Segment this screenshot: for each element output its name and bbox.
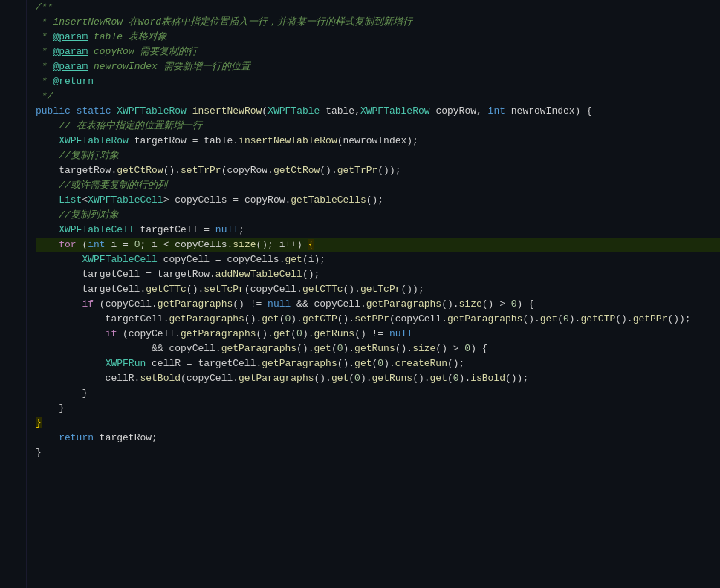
code-line: if (copyCell.getParagraphs() != null && … xyxy=(36,297,720,312)
line-numbers xyxy=(0,0,27,588)
code-line: */ xyxy=(36,89,720,104)
code-line: } xyxy=(36,416,720,431)
code-line xyxy=(36,535,720,549)
code-line: * @return xyxy=(36,74,720,89)
code-line: XWPFTableRow targetRow = table.insertNew… xyxy=(36,134,720,148)
code-line: && copyCell.getParagraphs().get(0).getRu… xyxy=(36,342,720,356)
code-line: XWPFTableCell copyCell = copyCells.get(i… xyxy=(36,252,720,267)
code-line: targetCell = targetRow.addNewTableCell()… xyxy=(36,267,720,282)
code-line xyxy=(36,460,720,475)
code-line xyxy=(36,549,720,564)
code-line: public static XWPFTableRow insertNewRow(… xyxy=(36,104,720,119)
code-line: * @param newrowIndex 需要新增一行的位置 xyxy=(36,59,720,74)
code-line: List<XWPFTableCell> copyCells = copyRow.… xyxy=(36,193,720,208)
code-line xyxy=(36,490,720,505)
code-line: //复制行对象 xyxy=(36,148,720,163)
code-line: * @param table 表格对象 xyxy=(36,30,720,45)
code-line: /** xyxy=(36,0,720,15)
code-line xyxy=(36,564,720,579)
code-line: cellR.setBold(copyCell.getParagraphs().g… xyxy=(36,371,720,386)
code-content[interactable]: /** * insertNewRow 在word表格中指定位置插入一行，并将某一… xyxy=(27,0,720,588)
code-line: } xyxy=(36,401,720,416)
code-line: * @param copyRow 需要复制的行 xyxy=(36,45,720,59)
code-line xyxy=(36,475,720,490)
code-line: XWPFTableCell targetCell = null; xyxy=(36,223,720,238)
code-line: if (copyCell.getParagraphs().get(0).getR… xyxy=(36,327,720,342)
code-line xyxy=(36,520,720,535)
code-editor: /** * insertNewRow 在word表格中指定位置插入一行，并将某一… xyxy=(0,0,720,588)
code-line: for (int i = 0; i < copyCells.size(); i+… xyxy=(36,238,720,252)
code-line xyxy=(36,505,720,520)
code-line: targetRow.getCtRow().setTrPr(copyRow.get… xyxy=(36,163,720,178)
code-line: targetCell.getParagraphs().get(0).getCTP… xyxy=(36,312,720,327)
code-line: } xyxy=(36,445,720,460)
code-line: targetCell.getCTTc().setTcPr(copyCell.ge… xyxy=(36,282,720,297)
code-line: XWPFRun cellR = targetCell.getParagraphs… xyxy=(36,356,720,371)
code-line: //复制列对象 xyxy=(36,208,720,223)
code-line: // 在表格中指定的位置新增一行 xyxy=(36,119,720,134)
code-line: * insertNewRow 在word表格中指定位置插入一行，并将某一行的样式… xyxy=(36,15,720,30)
code-line: } xyxy=(36,386,720,401)
code-line: //或许需要复制的行的列 xyxy=(36,178,720,193)
code-line: return targetRow; xyxy=(36,431,720,445)
